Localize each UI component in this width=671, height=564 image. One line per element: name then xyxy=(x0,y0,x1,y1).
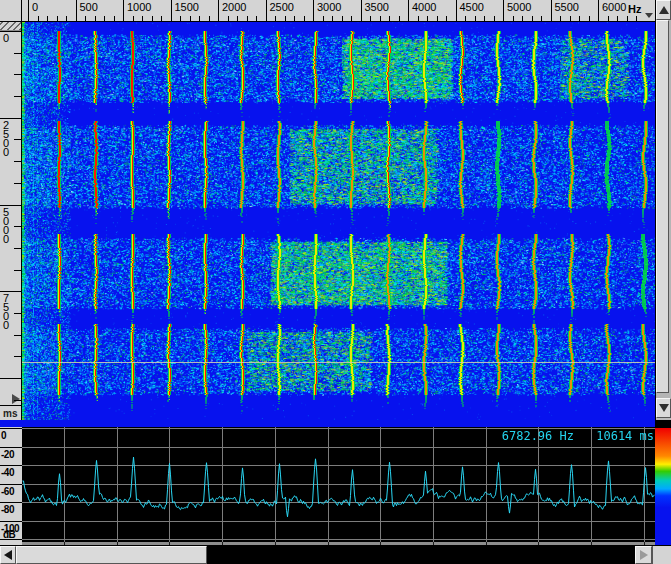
time-minor-tick xyxy=(14,53,21,54)
freq-minor-tick xyxy=(608,16,609,21)
frequency-readout: 6782.96 Hz xyxy=(498,430,574,442)
freq-minor-tick xyxy=(114,16,115,21)
freq-tick-label: 4000 xyxy=(412,2,436,13)
ruler-corner-box xyxy=(0,0,22,22)
vertical-scrollbar-thumb[interactable] xyxy=(656,20,669,393)
freq-minor-tick xyxy=(57,16,58,21)
freq-minor-tick xyxy=(494,16,495,21)
time-ruler[interactable]: ms 02 5 0 05 0 0 07 5 0 0 xyxy=(0,22,22,420)
spectrogram-app-window: Hz 0500100015002000250030003500400045005… xyxy=(0,0,671,564)
time-tick-label: 5 0 0 0 xyxy=(3,208,9,244)
freq-minor-tick xyxy=(617,16,618,21)
db-tick-label: -80 xyxy=(1,504,14,515)
vertical-scrollbar[interactable] xyxy=(655,0,671,420)
scroll-right-button[interactable] xyxy=(635,546,652,564)
scroll-left-button[interactable] xyxy=(0,546,16,564)
freq-tick-label: 1000 xyxy=(127,2,151,13)
freq-minor-tick xyxy=(399,16,400,21)
ruler-hatch-strip xyxy=(0,22,21,31)
freq-minor-tick xyxy=(627,16,628,21)
freq-minor-tick xyxy=(389,16,390,21)
freq-minor-tick xyxy=(475,16,476,21)
freq-minor-tick xyxy=(285,16,286,21)
horizontal-scrollbar[interactable] xyxy=(0,546,671,564)
freq-major-tick xyxy=(456,0,457,21)
freq-minor-tick xyxy=(342,16,343,21)
freq-minor-tick xyxy=(418,16,419,21)
spectrogram-canvas[interactable] xyxy=(22,22,655,420)
time-minor-tick xyxy=(14,248,21,249)
time-minor-tick xyxy=(14,270,21,271)
time-minor-tick xyxy=(14,400,21,401)
freq-major-tick xyxy=(551,0,552,21)
freq-cursor-triangle-icon xyxy=(645,13,653,18)
db-gridline-tick xyxy=(0,521,22,522)
freq-tick-label: 6000 xyxy=(602,2,626,13)
vertical-scrollbar-track[interactable] xyxy=(656,20,671,398)
freq-minor-tick xyxy=(142,16,143,21)
freq-major-tick xyxy=(408,0,409,21)
freq-minor-tick xyxy=(560,16,561,21)
time-readout: 10614 ms xyxy=(592,430,654,442)
time-minor-tick xyxy=(14,335,21,336)
freq-minor-tick xyxy=(209,16,210,21)
freq-tick-label: 0 xyxy=(32,2,38,13)
freq-major-tick xyxy=(361,0,362,21)
db-gridline-tick xyxy=(0,465,22,466)
freq-minor-tick xyxy=(351,16,352,21)
freq-minor-tick xyxy=(589,16,590,21)
db-tick-label: 0 xyxy=(1,430,6,441)
freq-major-tick xyxy=(266,0,267,21)
freq-tick-label: 4500 xyxy=(460,2,484,13)
freq-minor-tick xyxy=(513,16,514,21)
freq-tick-label: 1500 xyxy=(175,2,199,13)
freq-minor-tick xyxy=(332,16,333,21)
freq-minor-tick xyxy=(465,16,466,21)
freq-minor-tick xyxy=(437,16,438,21)
freq-minor-tick xyxy=(294,16,295,21)
time-tick-label: 2 5 0 0 xyxy=(3,121,9,157)
time-minor-tick xyxy=(14,313,21,314)
freq-minor-tick xyxy=(180,16,181,21)
freq-minor-tick xyxy=(446,16,447,21)
spectrum-canvas[interactable] xyxy=(22,427,655,545)
time-minor-tick xyxy=(14,226,21,227)
scroll-up-button[interactable] xyxy=(656,0,671,20)
time-minor-tick xyxy=(14,356,21,357)
freq-major-tick xyxy=(598,0,599,21)
time-minor-tick xyxy=(14,96,21,97)
freq-minor-tick xyxy=(237,16,238,21)
freq-major-tick xyxy=(123,0,124,21)
time-tick-label: 0 xyxy=(3,34,9,43)
freq-minor-tick xyxy=(152,16,153,21)
scrollbar-corner xyxy=(652,546,671,564)
scroll-down-button[interactable] xyxy=(656,398,671,418)
freq-minor-tick xyxy=(199,16,200,21)
freq-minor-tick xyxy=(636,16,637,21)
freq-minor-tick xyxy=(66,16,67,21)
down-arrow-icon xyxy=(659,404,669,412)
freq-minor-tick xyxy=(532,16,533,21)
time-minor-tick xyxy=(14,183,21,184)
freq-minor-tick xyxy=(104,16,105,21)
freq-minor-tick xyxy=(47,16,48,21)
freq-minor-tick xyxy=(247,16,248,21)
time-tick-label: 7 5 0 0 xyxy=(3,294,9,330)
db-gridline-tick xyxy=(0,502,22,503)
horizontal-scrollbar-thumb[interactable] xyxy=(16,546,207,564)
time-unit-label: ms xyxy=(0,405,21,420)
freq-minor-tick xyxy=(579,16,580,21)
freq-minor-tick xyxy=(323,16,324,21)
freq-tick-label: 2500 xyxy=(270,2,294,13)
up-arrow-icon xyxy=(659,6,669,14)
frequency-ruler[interactable]: Hz 0500100015002000250030003500400045005… xyxy=(22,0,655,22)
freq-tick-label: 500 xyxy=(80,2,98,13)
freq-tick-label: 5500 xyxy=(555,2,579,13)
left-arrow-icon xyxy=(4,550,12,560)
freq-minor-tick xyxy=(161,16,162,21)
db-tick-label: -40 xyxy=(1,467,14,478)
freq-minor-tick xyxy=(190,16,191,21)
freq-minor-tick xyxy=(85,16,86,21)
freq-tick-label: 5000 xyxy=(507,2,531,13)
freq-major-tick xyxy=(503,0,504,21)
